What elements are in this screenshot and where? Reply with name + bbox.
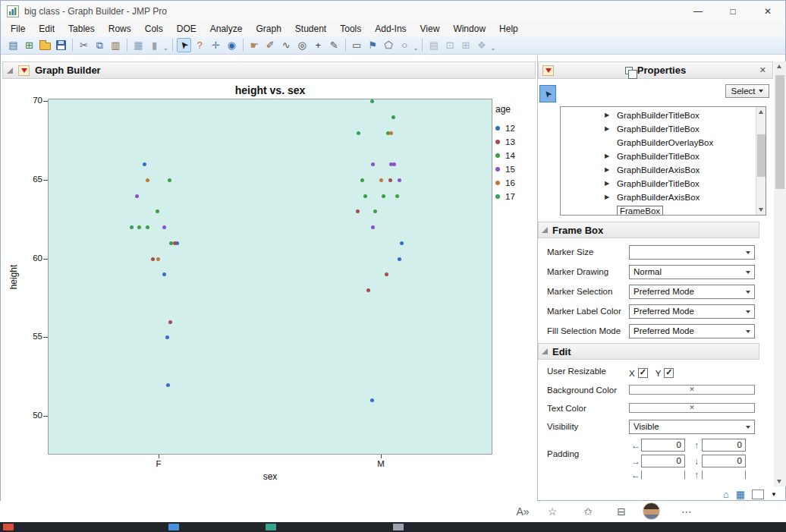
- toolbar-overflow-caret-icon[interactable]: ⌄: [163, 39, 168, 52]
- data-point[interactable]: [371, 162, 375, 166]
- tree-item-graphbuilderaxisbox[interactable]: ▶GraphBuilderAxisBox: [561, 163, 756, 177]
- menu-rows[interactable]: Rows: [102, 22, 138, 36]
- taskbar-app-4[interactable]: [393, 524, 404, 530]
- lasso-tool-icon[interactable]: ∿: [279, 38, 294, 52]
- data-point[interactable]: [146, 178, 149, 182]
- more-options-icon[interactable]: ⋯: [677, 503, 696, 520]
- oval-tool-icon[interactable]: ○: [398, 38, 412, 52]
- scroll-up-icon[interactable]: [777, 65, 781, 68]
- copy-icon[interactable]: ⧉: [93, 38, 107, 52]
- toolbar-overflow-caret-icon[interactable]: ⌄: [490, 39, 495, 52]
- menu-analyze[interactable]: Analyze: [203, 22, 250, 36]
- lock-icon[interactable]: ▮: [147, 38, 162, 52]
- selection-cursor-button[interactable]: ➤: [539, 85, 556, 102]
- menu-add-ins[interactable]: Add-Ins: [368, 22, 413, 36]
- data-point[interactable]: [135, 194, 139, 198]
- add-favorite-icon[interactable]: ☆: [542, 503, 562, 520]
- expander-icon[interactable]: ▶: [605, 190, 609, 204]
- padding-left-input[interactable]: 0: [641, 439, 685, 452]
- data-point[interactable]: [137, 225, 141, 229]
- data-point[interactable]: [366, 288, 370, 292]
- menu-tables[interactable]: Tables: [61, 22, 102, 36]
- data-point[interactable]: [395, 194, 399, 198]
- menu-graph[interactable]: Graph: [249, 22, 288, 36]
- layout-icon-disabled[interactable]: ⊡: [442, 38, 457, 52]
- expander-icon[interactable]: ▶: [605, 163, 609, 177]
- expander-icon[interactable]: ▶: [605, 122, 609, 136]
- expander-icon[interactable]: ▶: [605, 150, 609, 163]
- tree-item-graphbuilderoverlaybox[interactable]: GraphBuilderOverlayBox: [561, 136, 756, 150]
- data-point[interactable]: [151, 257, 155, 261]
- collections-icon[interactable]: ⊟: [612, 503, 631, 520]
- tree-scrollbar[interactable]: [756, 107, 766, 215]
- menu-edit[interactable]: Edit: [32, 22, 61, 36]
- data-point[interactable]: [130, 225, 134, 229]
- caret-down-icon[interactable]: ▼: [771, 491, 777, 498]
- data-point[interactable]: [162, 225, 166, 229]
- tree-item-graphbuildertitlebox[interactable]: ▶GraphBuilderTitleBox: [561, 122, 756, 136]
- minimize-button[interactable]: —: [681, 1, 715, 22]
- data-point[interactable]: [388, 178, 392, 182]
- data-point[interactable]: [379, 178, 383, 182]
- vertical-scrollbar[interactable]: [774, 61, 786, 486]
- panel-close-icon[interactable]: ✕: [759, 65, 766, 75]
- tree-item-graphbuildertitlebox[interactable]: ▶GraphBuilderTitleBox: [561, 109, 756, 122]
- scrollbar-thumb[interactable]: [757, 134, 766, 177]
- data-point[interactable]: [363, 194, 367, 198]
- menu-student[interactable]: Student: [288, 22, 333, 36]
- cut-icon[interactable]: ✂: [77, 38, 91, 52]
- scroll-up-icon[interactable]: [759, 110, 763, 114]
- select-table-icon[interactable]: ▦: [131, 38, 146, 52]
- data-point[interactable]: [173, 241, 177, 245]
- new-journal-icon[interactable]: ▤: [6, 38, 20, 52]
- square-button[interactable]: [752, 490, 764, 499]
- data-point[interactable]: [370, 398, 374, 402]
- help-tool-icon[interactable]: ?: [193, 38, 207, 52]
- fill-selection-mode-dropdown[interactable]: Preferred Mode: [629, 324, 755, 338]
- menu-file[interactable]: File: [4, 22, 32, 36]
- taskbar[interactable]: [0, 522, 786, 532]
- legend-item-13[interactable]: 13: [495, 135, 536, 149]
- text-color-swatch[interactable]: ✕: [629, 403, 755, 413]
- menu-window[interactable]: Window: [446, 22, 492, 36]
- menu-view[interactable]: View: [413, 22, 447, 36]
- tree-item-graphbuildertitlebox[interactable]: ▶GraphBuilderTitleBox: [561, 150, 756, 163]
- publish-icon[interactable]: ⌂: [723, 490, 729, 499]
- x-resizable-checkbox[interactable]: [638, 368, 648, 378]
- data-point[interactable]: [156, 209, 159, 213]
- expander-icon[interactable]: ▶: [605, 177, 609, 190]
- paste-icon[interactable]: ▥: [108, 38, 123, 52]
- red-triangle-menu-icon[interactable]: [542, 65, 554, 76]
- polygon-tool-icon[interactable]: ⬠: [382, 38, 396, 52]
- menu-cols[interactable]: Cols: [138, 22, 170, 36]
- journal-icon-disabled[interactable]: ▤: [426, 38, 441, 52]
- tree-list[interactable]: ▶GraphBuilderTitleBox▶GraphBuilderTitleB…: [560, 106, 766, 216]
- crosshair-tool-icon[interactable]: +: [311, 38, 325, 52]
- favorites-list-icon[interactable]: ✩: [578, 503, 598, 520]
- data-point[interactable]: [360, 178, 364, 182]
- visibility-dropdown[interactable]: Visible: [629, 420, 755, 434]
- data-point[interactable]: [398, 257, 401, 261]
- red-triangle-menu-icon[interactable]: [18, 65, 30, 76]
- toolbar-overflow-caret-icon[interactable]: ⌄: [413, 39, 419, 52]
- marker-size-dropdown[interactable]: [629, 245, 755, 260]
- close-button[interactable]: ✕: [750, 1, 785, 22]
- menu-help[interactable]: Help: [492, 22, 525, 36]
- data-point[interactable]: [382, 194, 385, 198]
- marker-label-color-dropdown[interactable]: Preferred Mode: [629, 304, 755, 319]
- data-point[interactable]: [385, 272, 388, 276]
- disclosure-icon[interactable]: [542, 348, 548, 354]
- menu-doe[interactable]: DOE: [170, 22, 203, 36]
- new-data-table-icon[interactable]: ⊞: [22, 38, 36, 52]
- arrow-tool-icon[interactable]: ➤: [177, 38, 191, 52]
- margin-left-input[interactable]: [641, 471, 685, 479]
- background-color-swatch[interactable]: ✕: [629, 385, 755, 395]
- save-icon[interactable]: [54, 38, 68, 52]
- read-aloud-icon[interactable]: A»: [513, 503, 533, 520]
- data-point[interactable]: [389, 131, 393, 135]
- data-point[interactable]: [143, 162, 146, 166]
- data-point[interactable]: [357, 131, 360, 135]
- data-point[interactable]: [146, 225, 149, 229]
- data-point[interactable]: [356, 209, 360, 213]
- margin-top-input[interactable]: [702, 471, 746, 479]
